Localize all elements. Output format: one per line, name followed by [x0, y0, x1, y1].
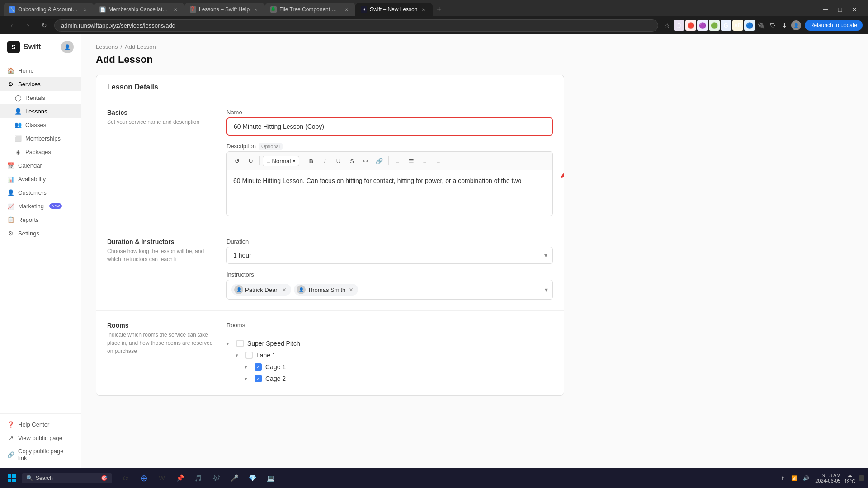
taskbar-pin-3[interactable]: 🎶: [208, 470, 224, 486]
italic-button[interactable]: I: [319, 155, 331, 167]
bold-button[interactable]: B: [305, 155, 318, 167]
sidebar-item-home[interactable]: 🏠 Home: [0, 64, 81, 77]
ext-5[interactable]: G: [721, 20, 731, 31]
code-button[interactable]: <>: [359, 155, 372, 167]
format-select[interactable]: ≡ Normal ▾: [263, 156, 299, 166]
sidebar-item-classes-label: Classes: [25, 122, 46, 128]
tab-4[interactable]: 🌲 File Tree Component – Nextra ✕: [265, 3, 355, 16]
ext-4[interactable]: 🟢: [709, 20, 720, 31]
align-left-button[interactable]: ≡: [392, 155, 404, 167]
taskbar-chrome[interactable]: ⊕: [136, 470, 152, 486]
undo-button[interactable]: ↺: [231, 155, 243, 167]
taskbar-word[interactable]: W: [154, 470, 170, 486]
sidebar-item-memberships[interactable]: ⬜ Memberships: [0, 131, 81, 145]
taskbar-pin-5[interactable]: 💎: [244, 470, 260, 486]
align-center-button[interactable]: ☰: [405, 155, 418, 167]
tab-3[interactable]: ❓ Lessons – Swift Help ✕: [184, 3, 265, 16]
justify-button[interactable]: ≡: [432, 155, 445, 167]
relaunch-button[interactable]: Relaunch to update: [805, 20, 863, 31]
new-tab-button[interactable]: +: [433, 3, 445, 16]
url-input[interactable]: [54, 19, 658, 32]
taskbar-pin-4[interactable]: 🎤: [226, 470, 242, 486]
maximize-button[interactable]: □: [834, 3, 846, 16]
sidebar-item-packages[interactable]: ◈ Packages: [0, 145, 81, 159]
close-button[interactable]: ✕: [848, 3, 861, 16]
ext-7[interactable]: 🔵: [744, 20, 755, 31]
lane-1-chevron[interactable]: ▾: [236, 352, 242, 358]
align-right-button[interactable]: ≡: [419, 155, 431, 167]
super-speed-checkbox[interactable]: [236, 340, 244, 347]
instructors-dropdown-arrow[interactable]: ▾: [545, 286, 548, 293]
sidebar-item-marketing[interactable]: 📈 Marketing New: [0, 199, 81, 213]
tray-icon-1[interactable]: ⬆: [777, 473, 788, 483]
tray-icon-3[interactable]: 🔊: [801, 473, 811, 483]
taskbar-pin-2[interactable]: 🎵: [190, 470, 206, 486]
calendar-icon: 📅: [7, 162, 14, 169]
profile-icon[interactable]: 👤: [791, 20, 801, 30]
sidebar-item-view-public[interactable]: ↗ View public page: [0, 431, 81, 445]
ext-8[interactable]: 🔌: [756, 20, 767, 31]
clock[interactable]: 9:13 AM 2024-06-05: [815, 473, 840, 483]
duration-select[interactable]: 1 hour 30 minutes 45 minutes 90 minutes …: [226, 247, 553, 264]
sidebar-item-lessons[interactable]: 👤 Lessons: [0, 104, 81, 118]
remove-patrick-button[interactable]: ✕: [280, 286, 288, 293]
tray-icon-2[interactable]: 📶: [789, 473, 800, 483]
cage-2-checkbox[interactable]: ✓: [255, 375, 262, 382]
sidebar-item-services[interactable]: ⚙ Services: [0, 77, 81, 91]
svg-rect-2: [12, 474, 16, 478]
sidebar-item-classes[interactable]: 👥 Classes: [0, 118, 81, 131]
description-content[interactable]: 60 Minute Hitting Lesson. Can focus on h…: [227, 170, 552, 216]
redo-button[interactable]: ↻: [244, 155, 257, 167]
tab-5[interactable]: S Swift – New Lesson ✕: [355, 3, 433, 16]
link-button[interactable]: 🔗: [373, 155, 386, 167]
tab-5-close[interactable]: ✕: [420, 6, 427, 13]
instructors-input[interactable]: 👤 Patrick Dean ✕ 👤 Thomas Smith ✕ ▾: [226, 280, 553, 300]
remove-thomas-button[interactable]: ✕: [347, 286, 354, 293]
tab-1[interactable]: 🔧 Onboarding & Account Setup ✕: [4, 3, 94, 16]
sidebar-nav: 🏠 Home ⚙ Services ◯ Rentals 👤 Lessons 👥 …: [0, 60, 81, 413]
cage-1-chevron[interactable]: ▾: [245, 364, 251, 370]
forward-button[interactable]: ›: [22, 19, 34, 32]
tab-3-close[interactable]: ✕: [252, 6, 259, 13]
cage-2-chevron[interactable]: ▾: [245, 376, 251, 382]
sidebar-item-settings[interactable]: ⚙ Settings: [0, 226, 81, 240]
breadcrumb-parent[interactable]: Lessons: [96, 43, 118, 50]
notification-area[interactable]: [859, 475, 864, 481]
ext-1[interactable]: ⬡: [674, 20, 684, 31]
sidebar-item-rentals[interactable]: ◯ Rentals: [0, 91, 81, 104]
taskbar-search-area[interactable]: 🔍 Search 🎯: [22, 473, 112, 483]
user-avatar[interactable]: 👤: [61, 41, 74, 53]
reload-button[interactable]: ↻: [38, 19, 51, 32]
strikethrough-button[interactable]: S: [346, 155, 359, 167]
ext-6[interactable]: AB: [732, 20, 743, 31]
sidebar-item-copy-link[interactable]: 🔗 Copy public page link: [0, 445, 81, 465]
ext-2[interactable]: 🔴: [685, 20, 696, 31]
taskbar-pin-1[interactable]: 📌: [172, 470, 188, 486]
sidebar-item-lessons-label: Lessons: [25, 108, 47, 115]
minimize-button[interactable]: ─: [819, 3, 832, 16]
ext-3[interactable]: 🟣: [697, 20, 708, 31]
underline-button[interactable]: U: [332, 155, 345, 167]
super-speed-chevron[interactable]: ▾: [226, 341, 233, 347]
lane-1-checkbox[interactable]: [245, 352, 253, 359]
tab-2-label: Membership Cancellation Instr...: [108, 6, 169, 13]
taskbar-file-explorer[interactable]: 🗂: [118, 470, 134, 486]
download-icon[interactable]: ⬇: [779, 20, 790, 31]
tab-2[interactable]: 📄 Membership Cancellation Instr... ✕: [94, 3, 184, 16]
start-button[interactable]: [4, 470, 20, 486]
classes-icon: 👥: [14, 121, 22, 128]
tab-4-close[interactable]: ✕: [343, 6, 350, 13]
sidebar-item-availability[interactable]: 📊 Availability: [0, 172, 81, 186]
bookmark-icon[interactable]: ☆: [662, 20, 673, 31]
sidebar-item-customers[interactable]: 👤 Customers: [0, 186, 81, 199]
name-input[interactable]: [226, 117, 553, 136]
back-button[interactable]: ‹: [5, 19, 18, 32]
cage-1-checkbox[interactable]: ✓: [255, 363, 262, 371]
tab-1-close[interactable]: ✕: [81, 6, 89, 13]
sidebar-item-calendar[interactable]: 📅 Calendar: [0, 159, 81, 172]
taskbar-pin-6[interactable]: 💻: [262, 470, 278, 486]
sidebar-item-reports[interactable]: 📋 Reports: [0, 213, 81, 226]
ext-9[interactable]: 🛡: [768, 20, 778, 31]
sidebar-item-help[interactable]: ❓ Help Center: [0, 418, 81, 431]
tab-2-close[interactable]: ✕: [172, 6, 179, 13]
